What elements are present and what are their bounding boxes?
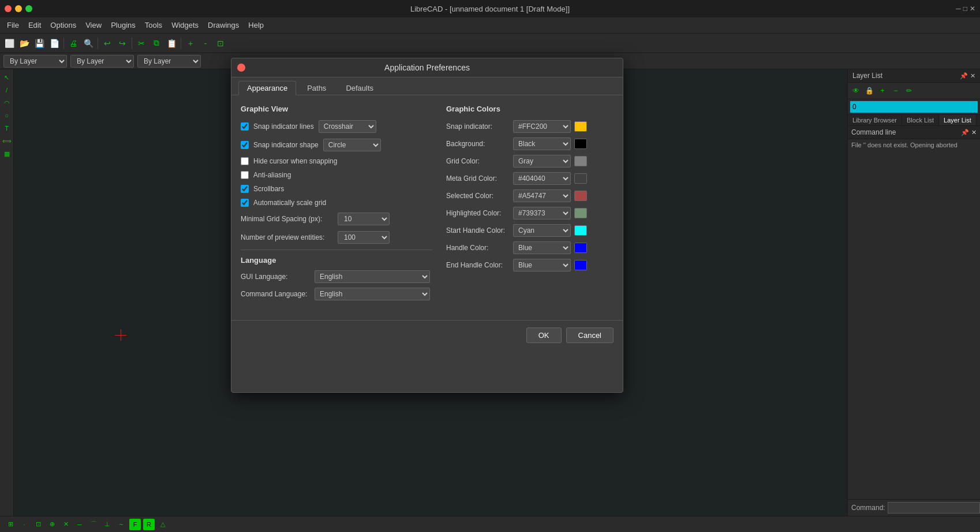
- snap-lines-checkbox[interactable]: [241, 122, 249, 131]
- layer-name-input[interactable]: [850, 101, 978, 113]
- tool-open[interactable]: 📂: [17, 36, 31, 50]
- layer-lock[interactable]: 🔒: [863, 85, 875, 96]
- tool-print[interactable]: 🖨: [66, 36, 80, 50]
- tool-save-as[interactable]: 📄: [47, 36, 61, 50]
- snap-shape-combo[interactable]: Circle: [323, 139, 381, 151]
- color-swatch[interactable]: [574, 243, 587, 253]
- cmd-line-controls[interactable]: 📌 ✕: [961, 129, 977, 136]
- menu-edit[interactable]: Edit: [24, 20, 46, 31]
- color-swatch[interactable]: [574, 191, 587, 201]
- tab-appearance[interactable]: Appearance: [238, 81, 296, 95]
- cmd-close-icon[interactable]: ✕: [971, 129, 977, 136]
- snap-on-entity[interactable]: ─: [74, 519, 85, 530]
- color-value-combo[interactable]: Blue: [513, 259, 571, 271]
- layer-del[interactable]: −: [890, 85, 902, 96]
- layer-add[interactable]: +: [877, 85, 888, 96]
- tool-undo[interactable]: ↩: [100, 36, 114, 50]
- color-swatch[interactable]: [574, 225, 587, 236]
- snap-shape-checkbox[interactable]: [241, 141, 249, 149]
- menu-file[interactable]: File: [2, 20, 24, 31]
- layer-list-controls[interactable]: 📌 ✕: [960, 72, 975, 80]
- hide-cursor-checkbox[interactable]: [241, 157, 249, 165]
- snap-tangent[interactable]: ⌒: [88, 519, 99, 530]
- menu-tools[interactable]: Tools: [140, 20, 167, 31]
- titlebar-right-controls[interactable]: ─ □ ✕: [956, 5, 975, 13]
- minimize-button[interactable]: [15, 5, 22, 12]
- tab-library-browser[interactable]: Library Browser: [848, 115, 902, 125]
- lt-line[interactable]: /: [1, 84, 13, 96]
- preview-entities-combo[interactable]: 100: [338, 231, 390, 244]
- tool-new[interactable]: ⬜: [2, 36, 16, 50]
- color-swatch[interactable]: [574, 121, 587, 132]
- snap-nearest[interactable]: ~: [115, 519, 127, 530]
- color-swatch[interactable]: [574, 173, 587, 184]
- snap-midpoint[interactable]: ⊡: [32, 519, 44, 530]
- snap-free[interactable]: F: [129, 519, 141, 530]
- color-swatch[interactable]: [574, 208, 587, 218]
- tool-zoom-in[interactable]: +: [184, 36, 197, 50]
- menu-help[interactable]: Help: [244, 20, 268, 31]
- tool-redo[interactable]: ↪: [115, 36, 129, 50]
- color-select[interactable]: By Layer: [3, 55, 67, 68]
- tab-defaults[interactable]: Defaults: [337, 81, 382, 95]
- snap-restrict[interactable]: R: [143, 519, 155, 530]
- color-value-combo[interactable]: Black: [513, 137, 571, 150]
- snap-endpoint[interactable]: ·: [18, 519, 30, 530]
- lt-select[interactable]: ↖: [1, 72, 13, 83]
- tool-zoom-fit[interactable]: ⊡: [214, 36, 227, 50]
- tab-layer-list[interactable]: Layer List: [939, 115, 977, 125]
- color-swatch[interactable]: [574, 139, 587, 149]
- snap-center[interactable]: ⊕: [46, 519, 58, 530]
- color-value-combo[interactable]: Gray: [513, 155, 571, 168]
- cmd-lang-combo[interactable]: English: [315, 288, 430, 300]
- layer-edit[interactable]: ✏: [903, 85, 915, 96]
- menu-drawings[interactable]: Drawings: [203, 20, 244, 31]
- snap-relative[interactable]: △: [157, 519, 169, 530]
- ok-button[interactable]: OK: [526, 328, 562, 343]
- tool-paste[interactable]: 📋: [164, 36, 178, 50]
- color-value-combo[interactable]: #A54747: [513, 189, 571, 202]
- preferences-dialog[interactable]: Application Preferences Appearance Paths…: [231, 58, 623, 393]
- menu-view[interactable]: View: [81, 20, 106, 31]
- tool-cut[interactable]: ✂: [134, 36, 148, 50]
- cmd-pin-icon[interactable]: 📌: [961, 129, 969, 136]
- lt-arc[interactable]: ◠: [1, 97, 13, 109]
- auto-scale-checkbox[interactable]: [241, 199, 249, 207]
- color-value-combo[interactable]: #404040: [513, 172, 571, 185]
- tab-block-list[interactable]: Block List: [902, 115, 939, 125]
- layer-list-pin[interactable]: 📌: [960, 72, 968, 80]
- linewidth-select[interactable]: By Layer: [137, 55, 201, 68]
- lt-hatch[interactable]: ▦: [1, 148, 13, 159]
- win-close-icon[interactable]: ✕: [970, 5, 975, 13]
- layer-list-close[interactable]: ✕: [970, 72, 975, 80]
- win-max-icon[interactable]: □: [963, 5, 967, 13]
- lt-text[interactable]: T: [1, 122, 13, 134]
- color-swatch[interactable]: [574, 156, 587, 166]
- tool-copy[interactable]: ⧉: [149, 36, 163, 50]
- cancel-button[interactable]: Cancel: [566, 328, 614, 343]
- dialog-close-button[interactable]: [237, 64, 245, 72]
- color-value-combo[interactable]: #739373: [513, 207, 571, 220]
- color-value-combo[interactable]: #FFC200: [513, 120, 571, 133]
- snap-grid[interactable]: ⊞: [5, 519, 16, 530]
- min-grid-combo[interactable]: 10: [338, 213, 390, 225]
- snap-perpendicular[interactable]: ⊥: [102, 519, 113, 530]
- tool-save[interactable]: 💾: [32, 36, 46, 50]
- layer-visible[interactable]: 👁: [850, 85, 862, 96]
- linetype-select[interactable]: By Layer: [70, 55, 134, 68]
- menu-options[interactable]: Options: [46, 20, 81, 31]
- anti-aliasing-checkbox[interactable]: [241, 171, 249, 179]
- color-swatch[interactable]: [574, 260, 587, 270]
- win-min-icon[interactable]: ─: [956, 5, 961, 13]
- gui-lang-combo[interactable]: English: [315, 270, 430, 283]
- window-controls[interactable]: [5, 5, 32, 12]
- snap-lines-combo[interactable]: Crosshair: [319, 120, 376, 133]
- scrollbars-checkbox[interactable]: [241, 185, 249, 193]
- lt-dim[interactable]: ⟺: [1, 135, 13, 147]
- close-button[interactable]: [5, 5, 12, 12]
- menu-widgets[interactable]: Widgets: [167, 20, 203, 31]
- cmd-input[interactable]: [888, 502, 980, 514]
- tab-paths[interactable]: Paths: [298, 81, 335, 95]
- snap-intersection[interactable]: ✕: [60, 519, 72, 530]
- maximize-button[interactable]: [25, 5, 32, 12]
